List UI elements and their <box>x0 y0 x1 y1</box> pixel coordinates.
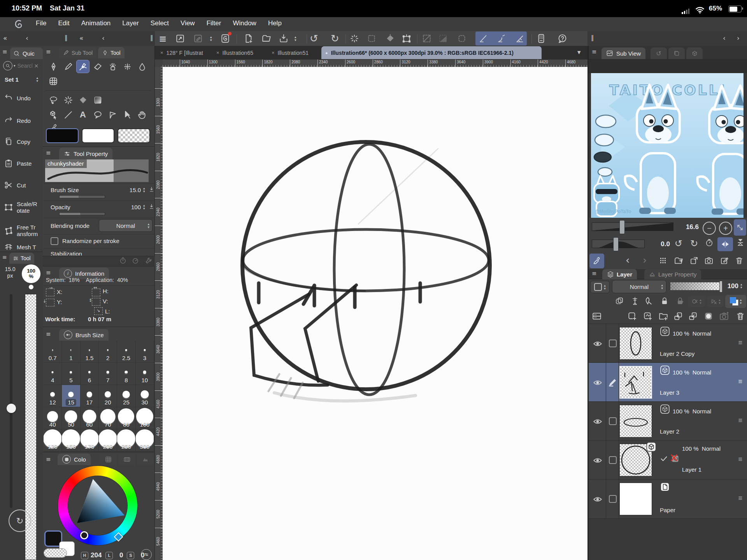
lock-layer-icon[interactable] <box>660 296 669 307</box>
main-menu-icon[interactable]: ≡ <box>159 33 167 44</box>
tab-sub-view-reset[interactable]: ↺ <box>651 47 667 59</box>
tool-text-icon[interactable]: A <box>76 108 89 121</box>
doc-tab-1[interactable]: ×128° F [Illustrat <box>156 46 219 59</box>
open-file-icon[interactable] <box>261 33 272 44</box>
brush-size-100[interactable]: 100 <box>136 407 154 429</box>
keyboard-icon[interactable] <box>536 33 546 44</box>
tab-layer-property[interactable]: Layer Property <box>644 269 701 279</box>
save-icon[interactable] <box>279 33 289 44</box>
pen-mode-icon[interactable] <box>193 33 203 44</box>
zoom-out-button[interactable]: − <box>703 222 716 235</box>
lum-value[interactable]: 0 <box>115 551 123 559</box>
brush-size-indicator-icon[interactable] <box>149 186 154 194</box>
layer-menu-icon[interactable]: ≡ <box>592 270 597 277</box>
lock-transparent-icon[interactable] <box>675 296 685 307</box>
layer-blend-select[interactable]: Normal ▴▾ <box>612 280 666 293</box>
subview-zoom-slider[interactable] <box>592 222 673 231</box>
transfer-down-icon[interactable] <box>673 311 683 323</box>
dock-collapse2-icon[interactable]: « <box>79 34 83 42</box>
qa-free-transform-button[interactable]: Free Transform <box>0 220 43 241</box>
tool-auto-select-icon[interactable] <box>61 93 75 107</box>
brush-size-slider[interactable] <box>59 195 105 198</box>
dock-handle2-icon[interactable]: ‖ <box>150 34 153 41</box>
new-canvas-icon[interactable] <box>244 33 254 44</box>
menu-item-view[interactable]: View <box>181 19 195 27</box>
layer-row-layer2copy[interactable]: 100 % Normal Layer 2 Copy ≡ <box>589 324 747 362</box>
edge-opacity-knob[interactable] <box>29 285 33 289</box>
check-icon[interactable] <box>660 455 668 465</box>
transparent-color-swatch[interactable] <box>117 128 150 143</box>
tool-hand-icon[interactable] <box>135 108 149 121</box>
layer-name[interactable]: Layer 2 <box>660 428 679 435</box>
layer-thumbnail[interactable] <box>619 483 652 515</box>
stopwatch-icon[interactable] <box>119 257 127 266</box>
brush-size-300[interactable]: 300 <box>136 429 154 452</box>
fit-to-view-button[interactable] <box>734 219 746 236</box>
layer-drag-handle[interactable]: ≡ <box>738 455 742 464</box>
tab-sub-tool[interactable]: Sub Tool <box>59 47 96 58</box>
menu-item-edit[interactable]: Edit <box>58 19 69 27</box>
transform-icon[interactable] <box>402 33 412 44</box>
tab-list-icon[interactable]: ▾ <box>577 48 581 56</box>
qa-mesh-transform-button[interactable]: Mesh T <box>0 243 43 251</box>
brush-size-4[interactable]: 4 <box>44 363 62 385</box>
tab-sub-view[interactable]: Sub View <box>601 47 645 59</box>
wrench-icon[interactable] <box>145 257 153 266</box>
app-settings-icon[interactable] <box>220 33 230 44</box>
save-expand-icon[interactable]: ▴▾ <box>295 33 296 44</box>
thumbnail-grid-icon[interactable] <box>658 256 668 267</box>
layer-opacity-value[interactable]: 100 <box>724 282 738 290</box>
brush-size-170[interactable]: 170 <box>81 429 99 452</box>
clip-to-layer-icon[interactable] <box>615 296 624 307</box>
toolbar-expand-icon[interactable]: ▴▾ <box>210 33 212 44</box>
layer-row-layer3[interactable]: 100 % Normal Layer 3 ≡ <box>589 362 747 401</box>
zoom-in-button[interactable]: + <box>719 222 732 235</box>
brush-size-5[interactable]: 5 <box>62 363 80 385</box>
rotate-ccw-icon[interactable]: ↺ <box>675 238 682 249</box>
dock-left-icon[interactable]: ‹ <box>26 34 28 42</box>
visibility-eye-icon[interactable] <box>593 455 603 467</box>
layer-name[interactable]: Layer 3 <box>660 389 679 396</box>
snap-ruler-icon[interactable] <box>479 33 489 44</box>
new-folder-icon[interactable] <box>658 311 668 323</box>
qa-cut-button[interactable]: Cut <box>0 176 43 194</box>
tool-figure-icon[interactable] <box>76 93 89 107</box>
brush-size-menu-icon[interactable]: ≡ <box>46 331 51 338</box>
tool-blend-icon[interactable] <box>135 60 149 73</box>
menu-item-file[interactable]: File <box>36 19 46 27</box>
tool-lasso-icon[interactable] <box>47 93 60 107</box>
snap-grid-icon[interactable] <box>515 33 525 44</box>
snap-off-icon[interactable] <box>422 33 432 44</box>
delete-image-icon[interactable] <box>735 256 744 267</box>
brush-size-7[interactable]: 7 <box>99 363 117 385</box>
clear-icon[interactable] <box>349 33 359 44</box>
deselect-icon[interactable] <box>366 33 377 44</box>
brush-size-value[interactable]: 15.0 <box>125 187 141 193</box>
brush-preview[interactable]: chunkyshader <box>45 159 149 182</box>
subview-zoom-knob[interactable] <box>619 220 625 234</box>
brush-size-30[interactable]: 30 <box>136 385 154 407</box>
brush-size-60[interactable]: 60 <box>81 407 99 429</box>
opacity-slider[interactable] <box>59 212 105 215</box>
rotate-cw-icon[interactable]: ↻ <box>690 238 698 249</box>
brush-size-10[interactable]: 10 <box>136 363 154 385</box>
brush-size-120[interactable]: 120 <box>44 429 62 452</box>
menu-item-animation[interactable]: Animation <box>81 19 111 27</box>
doc-tab-3[interactable]: ×Illustration51 <box>268 46 328 59</box>
quick-panel-menu-icon[interactable]: ≡ <box>2 48 7 55</box>
edge-brush-slider-knob[interactable] <box>7 404 16 413</box>
layer-thumbnail[interactable] <box>619 366 652 399</box>
brush-size-2[interactable]: 2 <box>99 341 117 363</box>
tool-pen-icon[interactable] <box>47 60 60 73</box>
lock-pen-icon[interactable] <box>644 296 654 307</box>
brush-size-8[interactable]: 8 <box>117 363 135 385</box>
qa-undo-button[interactable]: Undo <box>0 89 43 107</box>
rotate-reset-icon[interactable] <box>705 239 714 249</box>
layer-select-checkbox[interactable] <box>609 340 617 347</box>
right-dock-right-icon[interactable]: › <box>737 34 740 42</box>
new-vector-layer-icon[interactable] <box>643 311 653 323</box>
information-menu-icon[interactable]: ≡ <box>46 269 51 276</box>
hue-value[interactable]: 204 <box>91 551 102 559</box>
layer-select-checkbox[interactable] <box>609 456 617 464</box>
flip-horizontal-button[interactable] <box>717 237 733 251</box>
